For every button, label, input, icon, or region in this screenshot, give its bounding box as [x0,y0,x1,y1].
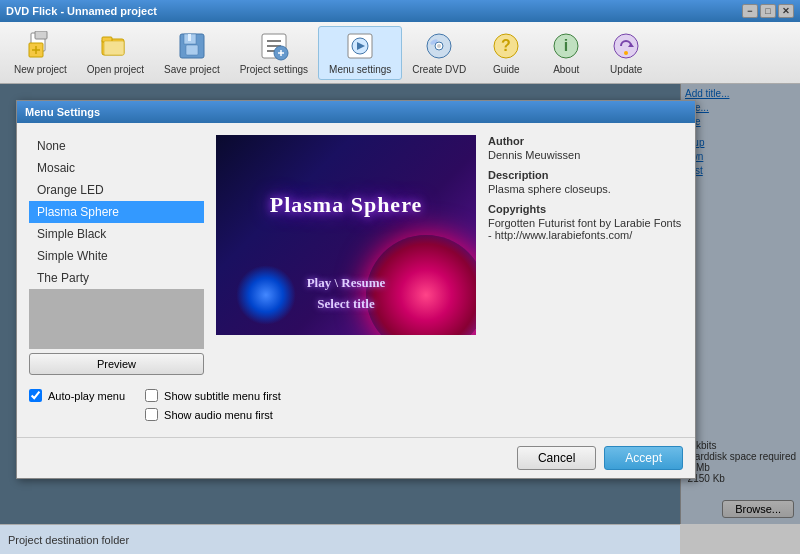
main-area: Add title... title... title e up own t l… [0,84,800,524]
menu-list: None Mosaic Orange LED Plasma Sphere Sim… [29,135,204,375]
close-button[interactable]: ✕ [778,4,794,18]
copyrights-label: Copyrights [488,203,683,215]
svg-text:i: i [564,37,568,54]
toolbar-new-project-label: New project [14,64,67,75]
dialog-title-bar: Menu Settings [17,101,695,123]
author-value: Dennis Meuwissen [488,149,683,161]
audio-label: Show audio menu first [164,409,273,421]
toolbar-guide-label: Guide [493,64,520,75]
svg-point-32 [624,51,628,55]
menu-list-empty [29,289,204,349]
menu-item-none[interactable]: None [29,135,204,157]
app-title: DVD Flick - Unnamed project [6,5,157,17]
audio-checkbox[interactable] [145,408,158,421]
subtitle-checkbox[interactable] [145,389,158,402]
description-label: Description [488,169,683,181]
toolbar-menu-settings[interactable]: Menu settings [318,26,402,80]
preview-title: Plasma Sphere [270,192,423,218]
toolbar-menu-settings-label: Menu settings [329,64,391,75]
toolbar-open-project[interactable]: Open project [77,26,154,80]
menu-item-plasma-sphere[interactable]: Plasma Sphere [29,201,204,223]
toolbar-about-label: About [553,64,579,75]
preview-area: Plasma Sphere Play \ Resume Select title [216,135,476,335]
svg-point-24 [437,44,441,48]
update-icon [610,30,642,62]
minimize-button[interactable]: − [742,4,758,18]
options-row: Auto-play menu Show subtitle menu first … [29,385,683,425]
toolbar-create-dvd-label: Create DVD [412,64,466,75]
toolbar-update[interactable]: Update [596,26,656,80]
toolbar-save-project-label: Save project [164,64,220,75]
audio-option[interactable]: Show audio menu first [145,408,281,421]
status-bar: Project destination folder [0,524,680,554]
cancel-button[interactable]: Cancel [517,446,596,470]
other-options: Show subtitle menu first Show audio menu… [145,389,281,421]
dialog-main: None Mosaic Orange LED Plasma Sphere Sim… [29,135,683,375]
menu-item-orange-led[interactable]: Orange LED [29,179,204,201]
toolbar: New project Open project Save project [0,22,800,84]
modal-overlay: Menu Settings None Mosaic Orange LED Pla… [0,84,800,524]
dialog-buttons: Cancel Accept [17,437,695,478]
menu-item-mosaic[interactable]: Mosaic [29,157,204,179]
title-bar: DVD Flick - Unnamed project − □ ✕ [0,0,800,22]
project-settings-icon [258,30,290,62]
copyrights-value: Forgotten Futurist font by Larabie Fonts… [488,217,683,241]
autoplay-option[interactable]: Auto-play menu [29,389,125,402]
status-text: Project destination folder [8,534,129,546]
toolbar-update-label: Update [610,64,642,75]
toolbar-open-project-label: Open project [87,64,144,75]
guide-icon: ? [490,30,522,62]
dialog-title: Menu Settings [25,106,100,118]
menu-item-simple-white[interactable]: Simple White [29,245,204,267]
subtitle-option[interactable]: Show subtitle menu first [145,389,281,402]
preview-menu-item-1: Play \ Resume [307,273,386,294]
toolbar-save-project[interactable]: Save project [154,26,230,80]
new-project-icon [24,30,56,62]
maximize-button[interactable]: □ [760,4,776,18]
preview-menu-item-2: Select title [307,294,386,315]
open-project-icon [99,30,131,62]
toolbar-about[interactable]: i About [536,26,596,80]
toolbar-create-dvd[interactable]: Create DVD [402,26,476,80]
autoplay-checkbox[interactable] [29,389,42,402]
window-controls: − □ ✕ [742,4,794,18]
svg-rect-7 [104,41,124,55]
preview-canvas: Plasma Sphere Play \ Resume Select title [216,135,476,335]
menu-item-the-party[interactable]: The Party [29,267,204,289]
description-value: Plasma sphere closeups. [488,183,683,195]
dialog-content: None Mosaic Orange LED Plasma Sphere Sim… [17,123,695,437]
preview-button[interactable]: Preview [29,353,204,375]
save-project-icon [176,30,208,62]
menu-item-simple-black[interactable]: Simple Black [29,223,204,245]
toolbar-guide[interactable]: ? Guide [476,26,536,80]
subtitle-label: Show subtitle menu first [164,390,281,402]
menu-settings-dialog: Menu Settings None Mosaic Orange LED Pla… [16,100,696,479]
toolbar-new-project[interactable]: New project [4,26,77,80]
svg-text:?: ? [501,37,511,54]
accept-button[interactable]: Accept [604,446,683,470]
svg-rect-10 [186,45,198,55]
about-icon: i [550,30,582,62]
author-label: Author [488,135,683,147]
info-panel: Author Dennis Meuwissen Description Plas… [488,135,683,375]
preview-glow2 [236,265,296,325]
toolbar-project-settings[interactable]: Project settings [230,26,318,80]
preview-menu-items: Play \ Resume Select title [307,273,386,315]
create-dvd-icon [423,30,455,62]
svg-rect-1 [35,31,47,39]
svg-rect-11 [188,34,191,41]
menu-settings-icon [344,31,376,62]
autoplay-label: Auto-play menu [48,390,125,402]
toolbar-project-settings-label: Project settings [240,64,308,75]
